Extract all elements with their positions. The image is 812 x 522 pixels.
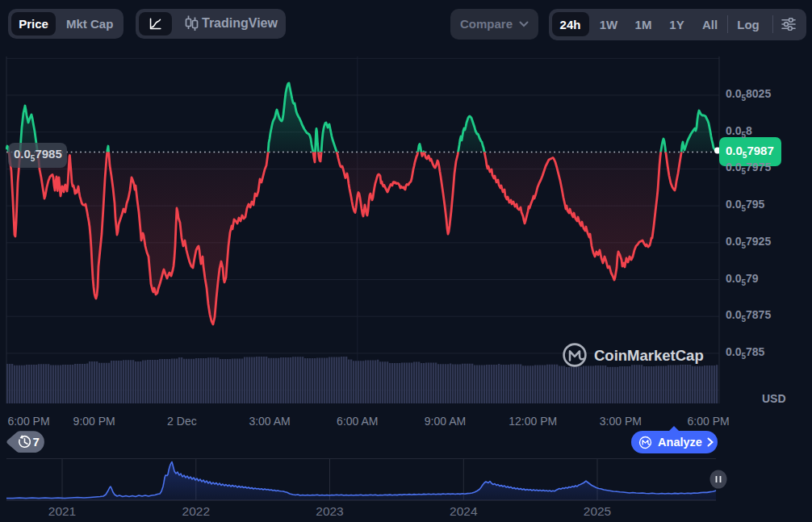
svg-text:CoinMarketCap: CoinMarketCap [594, 347, 704, 364]
svg-text:7: 7 [33, 435, 40, 449]
